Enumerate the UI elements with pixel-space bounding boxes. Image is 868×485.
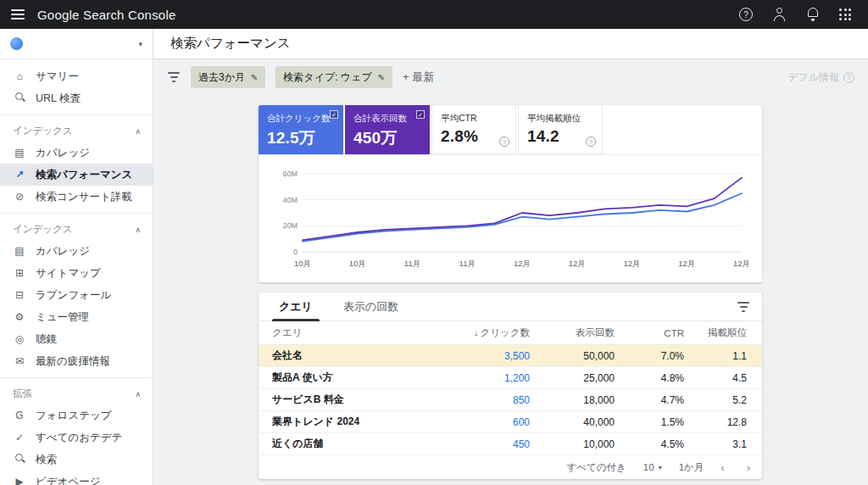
edit-icon: ✎ bbox=[251, 73, 258, 82]
info-link[interactable]: デフル情報 ? bbox=[787, 70, 854, 85]
coverage-icon: ▤ bbox=[13, 245, 26, 257]
chevron-up-icon: ∧ bbox=[135, 127, 141, 136]
date-filter-chip[interactable]: 過去3か月 ✎ bbox=[191, 66, 265, 88]
table-tabs-bar: クエリ表示の回数 bbox=[259, 293, 762, 321]
metric-label: 平均掲載順位 bbox=[527, 113, 593, 125]
info-label: デフル情報 bbox=[787, 70, 839, 85]
table-row[interactable]: 業界トレンド 202460040,0001.5%12.8 bbox=[259, 411, 762, 433]
ctr-cell: 4.8% bbox=[615, 372, 684, 384]
metric-clicks[interactable]: 合計クリック数12.5万✓ bbox=[259, 105, 343, 154]
chart-wrap: 020M40M60M10月10月11月11月12月12月12月12月12月 bbox=[259, 155, 762, 282]
metrics-row: 合計クリック数12.5万✓合計表示回数450万✓平均CTR2.8%?平均掲載順位… bbox=[259, 105, 762, 155]
sidebar-item-link[interactable]: ⊞サイトマップ bbox=[0, 262, 153, 284]
filter-icon[interactable] bbox=[167, 72, 181, 82]
sidebar-item-link[interactable]: Gフォロステップ bbox=[0, 404, 153, 426]
next-page-button[interactable]: › bbox=[747, 461, 750, 474]
sidebar-item-selected[interactable]: ↗検索パフォーマンス bbox=[0, 164, 153, 186]
impressions-cell: 40,000 bbox=[530, 416, 615, 428]
notifications-icon[interactable] bbox=[807, 8, 819, 21]
sidebar-item-label: カバレッジ bbox=[36, 244, 90, 259]
help-icon[interactable]: ? bbox=[586, 137, 596, 147]
app-title: Google Search Console bbox=[37, 8, 175, 22]
video-icon: ▶ bbox=[13, 476, 26, 485]
apps-grid-icon[interactable] bbox=[839, 8, 851, 20]
clicks-cell: 450 bbox=[437, 438, 530, 450]
nav-section-header[interactable]: インデックス∧ bbox=[0, 120, 153, 142]
nav-section-header[interactable]: インデックス∧ bbox=[0, 219, 153, 240]
table-row[interactable]: 会社名3,50050,0007.0%1.1 bbox=[259, 345, 762, 367]
metric-value: 14.2 bbox=[527, 127, 593, 146]
sidebar: ▾ ⌂サマリーURL 検査インデックス∧▤カバレッジ↗検索パフォーマンス⊘検索コ… bbox=[0, 29, 153, 485]
column-impressions[interactable]: 表示回数 bbox=[530, 326, 615, 339]
checkbox-icon[interactable]: ✓ bbox=[330, 110, 338, 119]
sidebar-item-link[interactable]: ⊘検索コンサート詳載 bbox=[0, 186, 153, 208]
metric-impressions[interactable]: 合計表示回数450万✓ bbox=[345, 105, 430, 154]
table-footer: すべての付き 10 ▾ 1か月 ‹ › bbox=[259, 455, 762, 479]
account-icon[interactable] bbox=[773, 8, 787, 21]
sidebar-item-link[interactable]: ✉最新の疲揮情報 bbox=[0, 350, 153, 372]
svg-text:10月: 10月 bbox=[294, 259, 311, 268]
column-ctr[interactable]: CTR bbox=[615, 328, 684, 338]
coverage-icon: ▤ bbox=[13, 147, 26, 159]
sidebar-item-link[interactable]: ✓すべてのおテデテ bbox=[0, 426, 153, 449]
table-row[interactable]: サービスB 料金85018,0004.7%5.2 bbox=[259, 389, 762, 411]
tab-queries[interactable]: クエリ bbox=[264, 293, 328, 321]
sidebar-item-link[interactable]: URL 検査 bbox=[0, 87, 153, 109]
sidebar-item-link[interactable]: 検索 bbox=[0, 449, 153, 471]
sidebar-item-label: すべてのおテデテ bbox=[36, 431, 122, 445]
search-icon bbox=[13, 453, 26, 466]
chevron-down-icon: ▾ bbox=[138, 40, 142, 48]
impressions-cell: 50,000 bbox=[530, 350, 615, 362]
edit-icon: ✎ bbox=[378, 73, 385, 82]
sidebar-item-link[interactable]: ⊟ラブンフォール bbox=[0, 284, 153, 306]
new-filter-button[interactable]: + 最新 bbox=[403, 70, 434, 85]
sitemap-icon: ⊞ bbox=[13, 267, 26, 279]
table-row[interactable]: 製品A 使い方1,20025,0004.8%4.5 bbox=[259, 367, 762, 389]
svg-text:12月: 12月 bbox=[623, 259, 640, 268]
svg-text:20M: 20M bbox=[282, 221, 298, 230]
sidebar-item-link[interactable]: ⚙ミュー管理 bbox=[0, 306, 153, 328]
checkbox-icon[interactable]: ✓ bbox=[416, 110, 425, 119]
target-icon: ◎ bbox=[13, 333, 26, 345]
svg-text:0: 0 bbox=[293, 248, 298, 256]
metric-position[interactable]: 平均掲載順位14.2? bbox=[518, 105, 603, 154]
help-icon: ? bbox=[843, 72, 854, 83]
prev-page-button[interactable]: ‹ bbox=[721, 461, 724, 474]
topbar-actions: ? bbox=[739, 8, 851, 21]
sidebar-item-label: 聴鏡 bbox=[36, 332, 57, 347]
nav-section-header[interactable]: 拡張∧ bbox=[0, 383, 153, 404]
table-row[interactable]: 近くの店舗45010,0004.5%3.1 bbox=[259, 433, 762, 455]
metric-ctr[interactable]: 平均CTR2.8%? bbox=[431, 105, 516, 154]
search-type-label: 検索タイプ: ウェブ bbox=[283, 70, 371, 85]
impressions-cell: 25,000 bbox=[530, 372, 615, 384]
sidebar-item-link[interactable]: ▤カバレッジ bbox=[0, 142, 153, 164]
metric-value: 450万 bbox=[353, 127, 421, 149]
sidebar-item-link[interactable]: ⌂サマリー bbox=[0, 65, 153, 87]
property-selector[interactable]: ▾ bbox=[0, 29, 153, 59]
svg-text:11月: 11月 bbox=[404, 259, 420, 268]
sidebar-item-link[interactable]: ▤カバレッジ bbox=[0, 240, 153, 262]
help-icon[interactable]: ? bbox=[739, 8, 753, 21]
performance-icon: ↗ bbox=[13, 169, 26, 181]
column-position[interactable]: 掲載順位 bbox=[684, 326, 762, 339]
svg-text:11月: 11月 bbox=[459, 259, 476, 268]
sidebar-item-link[interactable]: ▶ビデオページ bbox=[0, 471, 153, 485]
sidebar-item-link[interactable]: ◎聴鏡 bbox=[0, 328, 153, 350]
position-cell: 1.1 bbox=[684, 350, 762, 362]
svg-text:12月: 12月 bbox=[514, 259, 531, 268]
search-type-chip[interactable]: 検索タイプ: ウェブ ✎ bbox=[275, 66, 392, 88]
search-icon bbox=[13, 92, 26, 105]
page-size-select[interactable]: 10 ▾ bbox=[643, 462, 662, 472]
tab-impressions[interactable]: 表示の回数 bbox=[328, 293, 414, 321]
page: Google Search Console ? ▾ ⌂サマリーURL 検査インデ… bbox=[0, 0, 868, 485]
ctr-cell: 4.5% bbox=[615, 438, 684, 450]
help-icon[interactable]: ? bbox=[499, 137, 509, 147]
column-clicks[interactable]: ↓クリック数 bbox=[437, 326, 530, 339]
performance-chart[interactable]: 020M40M60M10月10月11月11月12月12月12月12月12月 bbox=[270, 165, 750, 274]
sort-desc-icon: ↓ bbox=[474, 327, 479, 337]
sidebar-item-label: 検索 bbox=[36, 453, 57, 467]
menu-icon[interactable] bbox=[11, 7, 25, 22]
main-header: 検索パフォーマンス bbox=[153, 29, 868, 59]
column-query[interactable]: クエリ bbox=[259, 326, 437, 339]
table-filter-icon[interactable] bbox=[737, 302, 750, 312]
